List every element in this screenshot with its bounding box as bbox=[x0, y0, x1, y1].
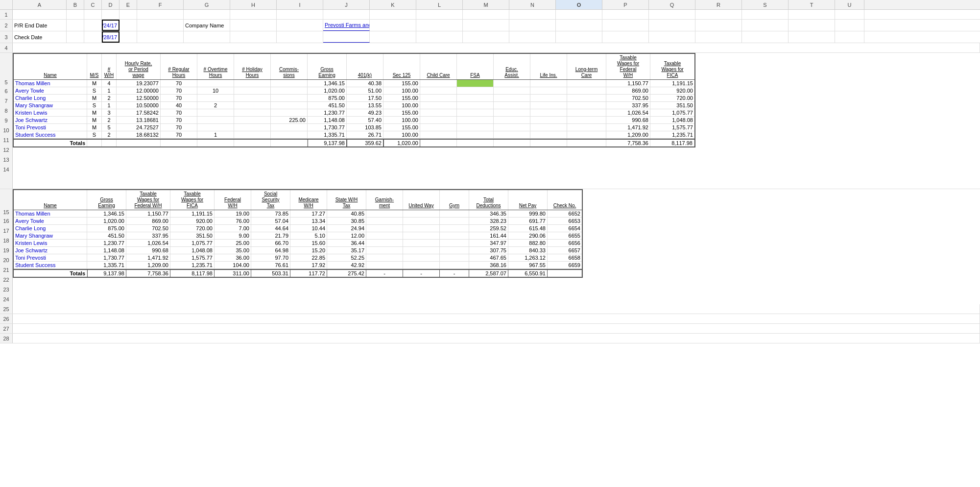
top-cell[interactable] bbox=[234, 124, 271, 131]
bottom-cell[interactable]: 6653 bbox=[548, 218, 582, 224]
bottom-cell[interactable]: 76.61 bbox=[251, 262, 290, 268]
top-cell[interactable]: 57.40 bbox=[347, 117, 383, 123]
top-cell[interactable]: 2 bbox=[102, 117, 117, 123]
top-cell[interactable] bbox=[494, 102, 530, 109]
bottom-cell[interactable]: 882.80 bbox=[508, 240, 548, 246]
top-cell[interactable]: 1,730.77 bbox=[308, 124, 347, 131]
bottom-cell[interactable]: 1,148.08 bbox=[87, 247, 126, 254]
top-cell[interactable]: 70 bbox=[161, 109, 197, 116]
top-cell[interactable] bbox=[271, 102, 308, 109]
top-cell[interactable] bbox=[271, 80, 308, 87]
top-cell[interactable]: 10.50000 bbox=[117, 102, 161, 109]
top-cell[interactable]: 351.50 bbox=[650, 102, 694, 109]
bottom-cell[interactable]: 1,209.00 bbox=[126, 262, 170, 268]
bottom-cell[interactable]: 1,020.00 bbox=[87, 218, 126, 224]
top-cell[interactable] bbox=[197, 124, 234, 131]
bottom-cell[interactable]: 869.00 bbox=[126, 218, 170, 224]
bottom-cell[interactable]: 451.50 bbox=[87, 232, 126, 239]
top-cell[interactable]: S bbox=[87, 131, 102, 138]
top-cell[interactable]: 70 bbox=[161, 124, 197, 131]
top-cell[interactable] bbox=[457, 80, 494, 87]
top-cell[interactable] bbox=[567, 124, 606, 131]
bottom-cell[interactable] bbox=[440, 225, 469, 232]
top-cell[interactable]: 12.00000 bbox=[117, 87, 161, 94]
bottom-cell[interactable]: 691.77 bbox=[508, 218, 548, 224]
bottom-cell[interactable]: 64.98 bbox=[251, 247, 290, 254]
top-cell[interactable]: Student Success bbox=[14, 131, 87, 138]
cell-l2[interactable] bbox=[416, 20, 463, 31]
top-cell[interactable]: M bbox=[87, 124, 102, 131]
bottom-cell[interactable]: 76.00 bbox=[215, 218, 251, 224]
bottom-cell[interactable]: 1,730.77 bbox=[87, 254, 126, 261]
top-cell[interactable] bbox=[420, 131, 457, 138]
bottom-cell[interactable]: 6652 bbox=[548, 210, 582, 217]
top-cell[interactable] bbox=[234, 102, 271, 109]
cell-b2[interactable] bbox=[67, 20, 84, 31]
bottom-cell[interactable]: 615.48 bbox=[508, 225, 548, 232]
top-cell[interactable] bbox=[494, 109, 530, 116]
top-cell[interactable] bbox=[530, 124, 567, 131]
top-cell[interactable] bbox=[271, 131, 308, 138]
top-cell[interactable] bbox=[530, 102, 567, 109]
top-cell[interactable]: M bbox=[87, 117, 102, 123]
bottom-cell[interactable]: 347.97 bbox=[469, 240, 508, 246]
cell-b1[interactable] bbox=[67, 10, 84, 19]
cell-u2[interactable] bbox=[835, 20, 864, 31]
bottom-cell[interactable]: 19.00 bbox=[215, 210, 251, 217]
top-cell[interactable]: 1,026.54 bbox=[606, 109, 650, 116]
top-cell[interactable]: 869.00 bbox=[606, 87, 650, 94]
top-cell[interactable]: 1 bbox=[102, 87, 117, 94]
cell-t1[interactable] bbox=[789, 10, 835, 19]
top-cell[interactable]: 155.00 bbox=[383, 109, 420, 116]
cell-l1[interactable] bbox=[416, 10, 463, 19]
top-cell[interactable] bbox=[457, 87, 494, 94]
top-cell[interactable]: 100.00 bbox=[383, 87, 420, 94]
top-cell[interactable]: 17.50 bbox=[347, 95, 383, 101]
bottom-cell[interactable]: 6658 bbox=[548, 254, 582, 261]
cell-m3[interactable] bbox=[463, 31, 509, 43]
bottom-cell[interactable]: 17.92 bbox=[290, 262, 327, 268]
top-cell[interactable]: 24.72527 bbox=[117, 124, 161, 131]
bottom-cell[interactable] bbox=[366, 232, 403, 239]
cell-r3[interactable] bbox=[695, 31, 742, 43]
top-cell[interactable] bbox=[567, 95, 606, 101]
cell-i2[interactable] bbox=[277, 20, 323, 31]
bottom-cell[interactable] bbox=[440, 210, 469, 217]
top-cell[interactable] bbox=[567, 102, 606, 109]
bottom-cell[interactable]: 104.00 bbox=[215, 262, 251, 268]
top-cell[interactable] bbox=[494, 124, 530, 131]
top-cell[interactable] bbox=[420, 87, 457, 94]
cell-h1[interactable] bbox=[230, 10, 277, 19]
top-cell[interactable]: 70 bbox=[161, 117, 197, 123]
bottom-cell[interactable]: 1,150.77 bbox=[126, 210, 170, 217]
top-cell[interactable]: 720.00 bbox=[650, 95, 694, 101]
bottom-cell[interactable]: 97.70 bbox=[251, 254, 290, 261]
cell-m1[interactable] bbox=[463, 10, 509, 19]
cell-o2[interactable] bbox=[556, 20, 602, 31]
cell-t3[interactable] bbox=[789, 31, 835, 43]
cell-q2[interactable] bbox=[649, 20, 695, 31]
cell-c3[interactable] bbox=[84, 31, 102, 43]
top-cell[interactable] bbox=[271, 109, 308, 116]
cell-b3[interactable] bbox=[67, 31, 84, 43]
top-cell[interactable]: 225.00 bbox=[271, 117, 308, 123]
cell-h2[interactable] bbox=[230, 20, 277, 31]
bottom-cell[interactable]: 467.65 bbox=[469, 254, 508, 261]
top-cell[interactable]: 100.00 bbox=[383, 117, 420, 123]
bottom-cell[interactable]: 6656 bbox=[548, 240, 582, 246]
top-cell[interactable]: 1,150.77 bbox=[606, 80, 650, 87]
top-cell[interactable]: 19.23077 bbox=[117, 80, 161, 87]
top-cell[interactable]: Charlie Long bbox=[14, 95, 87, 101]
bottom-cell[interactable] bbox=[403, 218, 440, 224]
top-cell[interactable]: Toni Prevosti bbox=[14, 124, 87, 131]
cell-u3[interactable] bbox=[835, 31, 864, 43]
bottom-cell[interactable]: 73.85 bbox=[251, 210, 290, 217]
bottom-cell[interactable]: 290.06 bbox=[508, 232, 548, 239]
bottom-cell[interactable]: 990.68 bbox=[126, 247, 170, 254]
top-cell[interactable]: Thomas Millen bbox=[14, 80, 87, 87]
bottom-cell[interactable] bbox=[403, 225, 440, 232]
top-cell[interactable] bbox=[494, 131, 530, 138]
bottom-cell[interactable]: 368.16 bbox=[469, 262, 508, 268]
cell-r2[interactable] bbox=[695, 20, 742, 31]
bottom-cell[interactable]: 52.25 bbox=[327, 254, 366, 261]
